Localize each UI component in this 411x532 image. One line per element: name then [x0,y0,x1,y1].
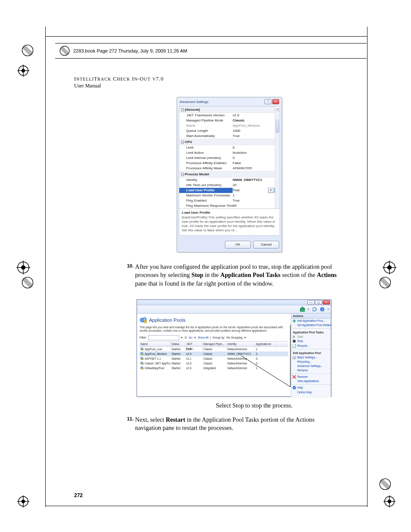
svg-marker-72 [293,335,296,339]
svg-rect-57 [144,320,146,323]
svg-rect-74 [293,357,296,359]
filter-input[interactable] [148,335,179,340]
book-header-text: 2283.book Page 272 Thursday, July 9, 200… [73,48,187,53]
book-emblem-icon [59,46,70,56]
home-icon[interactable] [300,307,305,312]
emblem-icon [379,478,391,490]
action-advanced-settings[interactable]: Advanced Settings... [291,364,331,368]
property-grid[interactable]: ▢(General) .NET Framework Versionv2.0 Ma… [179,106,280,208]
step-11: 11. Next, select Restart in the Applicat… [124,416,339,432]
action-basic-settings[interactable]: Basic Settings... [291,355,331,360]
stop-icon [293,339,296,343]
pool-icon [140,357,144,360]
svg-line-29 [380,279,389,288]
pool-icon [140,352,144,355]
property-description: Load User Profile [loadUserProfile] This… [179,208,280,235]
table-row[interactable]: DefaultAppPoolStartedv2.0IntegratedNetwo… [140,366,288,370]
toolbar: ▾ ? ▾ [137,305,331,314]
svg-line-21 [23,46,32,55]
showall-link[interactable]: Show All [198,336,209,339]
table-row[interactable]: AppPool_LowStartedv2.0ClassicNetworkServ… [140,347,288,352]
running-head: INTELLITRACK CHECK IN-OUT V7.0 User Manu… [74,75,164,89]
figure-caption: Select Stop to stop the process. [172,401,336,410]
table-row[interactable]: AppPool_MediumStartedv2.0ClassicIWAM_DBN… [140,352,288,356]
help-button[interactable]: ? [265,99,271,104]
running-head-sub: User Manual [74,82,164,89]
svg-rect-71 [293,320,296,321]
registration-icon [383,261,396,274]
svg-point-19 [387,265,392,270]
filter-row: Filter: ▾ ⚙ Go ▾ Show All | Group by: No… [140,335,288,340]
iis-manager-window: — ◻ ✕ ▾ ? ▾ Application Pools This page … [137,299,331,397]
svg-point-3 [22,69,25,72]
refresh-icon[interactable] [312,307,317,312]
actions-header: Actions [291,314,331,319]
book-header: 2283.book Page 272 Thursday, July 9, 200… [55,43,367,59]
svg-rect-59 [142,349,144,350]
pool-icon [140,347,144,351]
svg-line-47 [60,48,68,55]
svg-rect-50 [300,309,305,311]
registration-icon [16,261,30,274]
svg-line-34 [24,278,33,286]
table-header[interactable]: NameStatus.NET Fram...Managed Pipel...Id… [140,341,288,347]
row-load-user-profile[interactable]: Load User Profile True▾ [179,188,280,193]
table-row[interactable]: Classic .NET AppPoolStartedv2.0ClassicNe… [140,361,288,366]
app-pools-icon [140,316,147,324]
action-view-applications[interactable]: View Applications [291,379,331,383]
page-title: Application Pools [140,316,288,324]
dialog-title: Advanced Settings [180,100,209,104]
maximize-button[interactable]: ◻ [315,300,322,305]
svg-rect-67 [142,368,144,369]
svg-line-22 [24,46,33,54]
close-button[interactable]: ✕ [272,99,279,104]
registration-icon [17,495,29,507]
section-cpu: CPU [185,139,192,145]
section-process-model: Process Model [185,171,209,177]
svg-line-46 [62,47,69,54]
minimize-button[interactable]: — [307,300,314,305]
scrollbar[interactable]: ▴ [275,106,280,208]
svg-point-11 [388,500,391,503]
action-recycling[interactable]: Recycling... [291,360,331,364]
emblem-icon [22,44,34,56]
table-row[interactable]: ASP.NET 1.1Startedv1.1ClassicNetworkServ… [140,356,288,361]
cancel-button[interactable]: Cancel [253,241,279,249]
svg-line-35 [23,279,31,288]
svg-rect-65 [142,363,144,364]
action-help[interactable]: ?Help [291,386,331,390]
action-set-defaults[interactable]: Set Application Pool Defaults... [291,323,331,327]
step-10: 10. After you have configured the applic… [124,263,339,288]
action-remove[interactable]: Remove [291,375,331,379]
close-button[interactable]: ✕ [323,300,330,305]
dropdown-button[interactable]: ▾ [268,188,274,193]
action-recycle[interactable]: Recycle... [291,344,331,348]
registration-icon [17,65,29,77]
action-add-pool[interactable]: Add Application Pool... [291,319,331,323]
advanced-settings-dialog: Advanced Settings ? ✕ ▢(General) .NET Fr… [177,97,282,252]
svg-line-39 [381,480,389,488]
svg-line-45 [61,47,68,55]
play-icon [293,335,296,339]
emblem-icon [22,277,34,289]
svg-line-33 [23,278,32,287]
recycle-icon [293,344,296,348]
svg-line-27 [381,278,389,287]
actions-pane: Actions Add Application Pool... Set Appl… [291,314,331,397]
emblem-icon [379,277,391,289]
svg-text:?: ? [321,308,324,311]
action-stop[interactable]: Stop [291,339,331,343]
registration-icon [383,495,395,507]
pool-icon [140,361,144,365]
help-icon[interactable]: ? [320,307,325,312]
remove-icon [293,375,296,379]
svg-rect-61 [142,354,144,355]
action-online-help[interactable]: Online Help [291,390,331,395]
pool-icon [140,366,144,370]
ok-button[interactable]: OK [225,241,251,249]
action-start: Start [291,335,331,339]
go-link[interactable]: Go [189,336,193,339]
help-icon: ? [293,386,296,389]
action-rename[interactable]: Rename [291,368,331,373]
svg-point-7 [22,500,25,503]
